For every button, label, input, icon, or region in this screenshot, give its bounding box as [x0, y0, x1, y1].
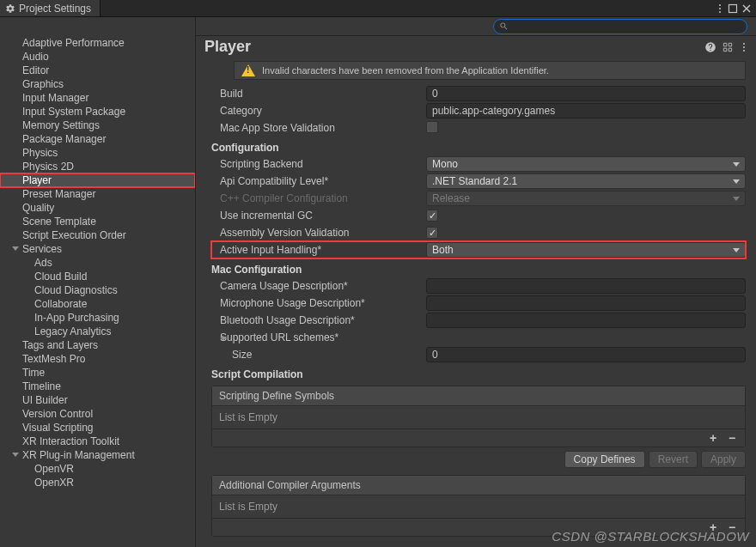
checkbox-assembly-validation[interactable] — [426, 227, 438, 239]
sidebar-item-in-app-purchasing[interactable]: In-App Purchasing — [0, 311, 195, 325]
sidebar-item-label: Graphics — [22, 78, 64, 90]
chevron-down-icon — [733, 197, 740, 201]
sidebar-item-adaptive-performance[interactable]: Adaptive Performance — [0, 36, 195, 50]
warning-banner: Invalid characters have been removed fro… — [234, 61, 746, 80]
checkbox-mac-app-store[interactable] — [426, 121, 438, 133]
sidebar-item-cloud-build[interactable]: Cloud Build — [0, 270, 195, 283]
close-icon[interactable] — [741, 3, 753, 15]
search-input[interactable] — [512, 21, 741, 32]
label-scripting-backend: Scripting Backend — [211, 158, 426, 170]
listbox-footer-define-symbols: + − — [212, 428, 745, 447]
sidebar-item-label: OpenVR — [34, 463, 74, 475]
header-icons — [704, 41, 749, 53]
sidebar-item-timeline[interactable]: Timeline — [0, 380, 195, 393]
settings-sidebar[interactable]: Adaptive PerformanceAudioEditorGraphicsI… — [0, 17, 196, 547]
maximize-icon[interactable] — [727, 3, 739, 15]
section-mac-configuration: Mac Configuration — [211, 258, 746, 277]
sidebar-item-tags-and-layers[interactable]: Tags and Layers — [0, 338, 195, 352]
project-settings-tab[interactable]: Project Settings — [0, 0, 101, 16]
sidebar-item-time[interactable]: Time — [0, 366, 195, 380]
search-icon — [499, 21, 509, 31]
input-camera-desc[interactable] — [426, 278, 746, 294]
sidebar-item-label: Adaptive Performance — [22, 37, 125, 49]
copy-defines-button[interactable]: Copy Defines — [564, 451, 645, 468]
listbox-head-compiler-args: Additional Compiler Arguments — [212, 476, 745, 495]
add-button[interactable]: + — [705, 520, 721, 534]
label-cpp-compiler: C++ Compiler Configuration — [211, 192, 426, 204]
label-api-compat: Api Compatibility Level* — [211, 175, 426, 187]
presets-icon[interactable] — [722, 41, 734, 53]
sidebar-item-label: Script Execution Order — [22, 229, 126, 241]
sidebar-item-input-system-package[interactable]: Input System Package — [0, 105, 195, 119]
input-build[interactable] — [426, 86, 746, 101]
sidebar-item-scene-template[interactable]: Scene Template — [0, 215, 195, 228]
help-icon[interactable] — [704, 41, 716, 53]
row-api-compat: Api Compatibility Level* .NET Standard 2… — [211, 173, 746, 190]
row-mac-app-store: Mac App Store Validation — [211, 119, 746, 137]
sidebar-item-audio[interactable]: Audio — [0, 50, 195, 64]
sidebar-item-editor[interactable]: Editor — [0, 64, 195, 77]
window-controls — [715, 0, 756, 16]
checkbox-incremental-gc[interactable] — [426, 210, 438, 222]
scroll-body[interactable]: Invalid characters have been removed fro… — [196, 61, 756, 547]
sidebar-item-physics[interactable]: Physics — [0, 146, 195, 160]
input-url-size[interactable] — [426, 347, 746, 362]
sidebar-item-openvr[interactable]: OpenVR — [0, 462, 195, 476]
add-button[interactable]: + — [705, 431, 721, 445]
sidebar-item-cloud-diagnostics[interactable]: Cloud Diagnostics — [0, 283, 195, 297]
sidebar-item-xr-interaction-toolkit[interactable]: XR Interaction Toolkit — [0, 435, 195, 448]
row-scripting-backend: Scripting Backend Mono — [211, 155, 746, 173]
context-menu-icon[interactable] — [739, 41, 749, 53]
row-build: Build — [211, 85, 746, 102]
row-url-schemes[interactable]: Supported URL schemes* — [211, 329, 746, 346]
sidebar-item-openxr[interactable]: OpenXR — [0, 476, 195, 489]
search-box[interactable] — [493, 19, 747, 34]
sidebar-item-label: Cloud Diagnostics — [34, 284, 118, 296]
label-url-schemes[interactable]: Supported URL schemes* — [211, 331, 426, 343]
row-category: Category — [211, 102, 746, 119]
sidebar-item-ads[interactable]: Ads — [0, 256, 195, 270]
sidebar-item-player[interactable]: Player — [0, 173, 195, 187]
sidebar-item-ui-builder[interactable]: UI Builder — [0, 393, 195, 407]
sidebar-item-collaborate[interactable]: Collaborate — [0, 297, 195, 311]
sidebar-item-label: UI Builder — [22, 394, 68, 406]
sidebar-item-version-control[interactable]: Version Control — [0, 407, 195, 421]
input-microphone-desc[interactable] — [426, 295, 746, 311]
sidebar-item-label: Version Control — [22, 408, 93, 420]
row-active-input-handling: Active Input Handling* Both — [211, 241, 746, 258]
row-microphone-desc: Microphone Usage Description* — [211, 295, 746, 312]
sidebar-item-input-manager[interactable]: Input Manager — [0, 91, 195, 105]
sidebar-item-label: Ads — [34, 257, 52, 269]
sidebar-item-services[interactable]: Services — [0, 242, 195, 256]
sidebar-item-label: Physics — [22, 147, 58, 159]
row-camera-desc: Camera Usage Description* — [211, 277, 746, 295]
dropdown-api-compat[interactable]: .NET Standard 2.1 — [426, 173, 746, 189]
sidebar-item-label: Visual Scripting — [22, 422, 94, 434]
sidebar-item-legacy-analytics[interactable]: Legacy Analytics — [0, 325, 195, 338]
sidebar-item-visual-scripting[interactable]: Visual Scripting — [0, 421, 195, 435]
sidebar-item-preset-manager[interactable]: Preset Manager — [0, 187, 195, 201]
row-incremental-gc: Use incremental GC — [211, 207, 746, 224]
dropdown-scripting-backend[interactable]: Mono — [426, 156, 746, 172]
revert-button: Revert — [649, 451, 698, 468]
sidebar-item-textmesh-pro[interactable]: TextMesh Pro — [0, 352, 195, 366]
remove-button[interactable]: − — [724, 520, 740, 534]
listbox-compiler-args: Additional Compiler Arguments List is Em… — [211, 475, 746, 537]
sidebar-item-physics-2d[interactable]: Physics 2D — [0, 160, 195, 173]
sidebar-item-memory-settings[interactable]: Memory Settings — [0, 119, 195, 132]
sidebar-item-graphics[interactable]: Graphics — [0, 77, 195, 91]
dropdown-active-input[interactable]: Both — [426, 242, 746, 258]
warning-text: Invalid characters have been removed fro… — [262, 65, 549, 76]
define-symbols-buttons: Copy Defines Revert Apply — [211, 451, 746, 468]
input-bluetooth-desc[interactable] — [426, 313, 746, 328]
sidebar-item-script-execution-order[interactable]: Script Execution Order — [0, 228, 195, 242]
input-category[interactable] — [426, 103, 746, 119]
remove-button[interactable]: − — [724, 431, 740, 445]
sidebar-item-quality[interactable]: Quality — [0, 201, 195, 215]
sidebar-item-label: Tags and Layers — [22, 339, 98, 351]
sidebar-item-xr-plug-in-management[interactable]: XR Plug-in Management — [0, 448, 195, 462]
sidebar-item-package-manager[interactable]: Package Manager — [0, 132, 195, 146]
gear-icon — [5, 3, 15, 14]
label-url-size: Size — [211, 349, 426, 361]
kebab-menu-icon[interactable] — [715, 3, 725, 15]
